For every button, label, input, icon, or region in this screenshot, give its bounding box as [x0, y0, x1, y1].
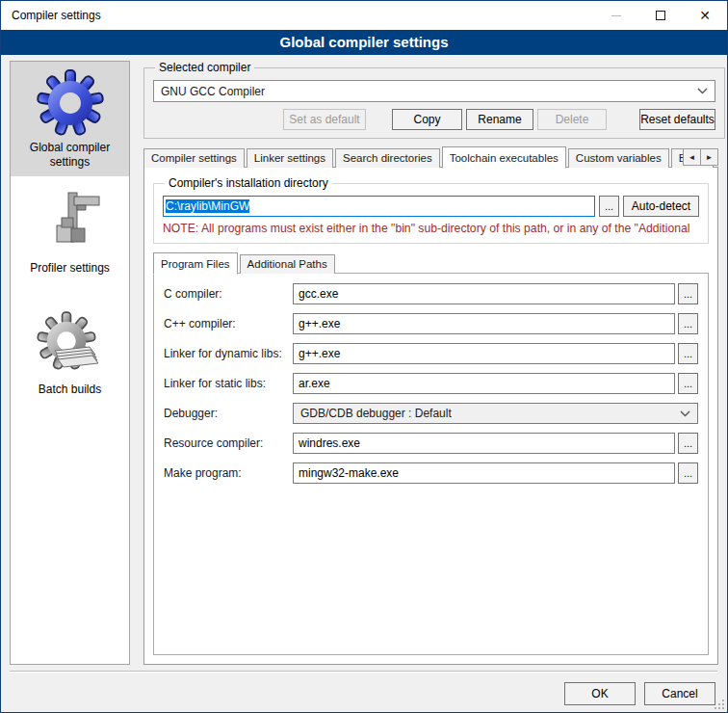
window-title: Compiler settings [1, 9, 594, 22]
tab-program-files[interactable]: Program Files [153, 252, 238, 275]
reset-defaults-button[interactable]: Reset defaults [639, 109, 715, 130]
compiler-buttons-row: Set as default Copy Rename Delete Reset … [153, 109, 715, 130]
form-row-dynamic-linker: Linker for dynamic libs: ... [164, 343, 698, 364]
dynamic-linker-input[interactable] [293, 343, 675, 364]
tab-linker-settings[interactable]: Linker settings [247, 148, 333, 168]
debugger-select-value: GDB/CDB debugger : Default [300, 407, 452, 420]
bin-subdirectory-note: NOTE: All programs must exist either in … [163, 222, 699, 235]
resource-compiler-input[interactable] [293, 433, 675, 454]
form-row-debugger: Debugger: GDB/CDB debugger : Default [164, 403, 698, 424]
close-icon: ✕ [699, 9, 711, 22]
field-label: Linker for static libs: [164, 377, 293, 390]
sidebar-item-profiler-settings[interactable]: Profiler settings [11, 182, 129, 282]
form-row-make-program: Make program: ... [164, 462, 698, 484]
tab-scroll-right-button[interactable]: ► [700, 148, 718, 166]
copy-button[interactable]: Copy [392, 109, 462, 130]
arrow-left-icon: ◄ [689, 153, 696, 162]
main-content: Selected compiler GNU GCC Compiler Set a… [143, 61, 718, 665]
minimize-button[interactable] [594, 1, 638, 30]
page-title: Global compiler settings [1, 30, 727, 55]
form-row-c-compiler: C compiler: ... [164, 283, 698, 304]
resize-grip[interactable] [715, 700, 724, 709]
debugger-select[interactable]: GDB/CDB debugger : Default [293, 403, 698, 424]
installation-directory-input[interactable]: C:\raylib\MinGW [163, 196, 595, 217]
compiler-select[interactable]: GNU GCC Compiler [153, 80, 715, 102]
sidebar-item-label: Profiler settings [13, 261, 127, 276]
tab-search-directories[interactable]: Search directories [335, 148, 440, 168]
tab-scroll-arrows: ◄ ► [684, 148, 718, 166]
delete-button: Delete [537, 109, 607, 130]
footer-divider [10, 671, 717, 673]
compiler-settings-dialog: Compiler settings ✕ Global compiler sett… [0, 0, 728, 713]
titlebar: Compiler settings ✕ [1, 1, 727, 30]
installation-directory-group: Compiler's installation directory C:\ray… [153, 176, 709, 244]
window-controls: ✕ [594, 1, 727, 30]
arrow-right-icon: ► [706, 153, 714, 162]
cpp-compiler-browse-button[interactable]: ... [678, 313, 698, 334]
c-compiler-input[interactable] [293, 283, 675, 304]
field-label: Make program: [164, 466, 293, 480]
field-label: C++ compiler: [164, 317, 293, 330]
selected-compiler-legend: Selected compiler [155, 61, 254, 74]
compiler-select-value: GNU GCC Compiler [161, 85, 265, 98]
c-compiler-browse-button[interactable]: ... [678, 283, 698, 304]
sidebar-item-global-compiler-settings[interactable]: Global compiler settings [11, 62, 129, 176]
maximize-button[interactable] [638, 1, 683, 30]
static-linker-input[interactable] [293, 373, 675, 394]
form-row-resource-compiler: Resource compiler: ... [164, 433, 698, 454]
program-files-page: C compiler: ... C++ compiler: ... Linker… [153, 273, 709, 655]
resource-compiler-browse-button[interactable]: ... [678, 433, 698, 454]
sidebar-item-batch-builds[interactable]: Batch builds [11, 304, 129, 404]
tab-compiler-settings[interactable]: Compiler settings [143, 148, 245, 168]
set-as-default-button: Set as default [283, 109, 366, 130]
maximize-icon [656, 11, 665, 20]
selected-compiler-group: Selected compiler GNU GCC Compiler Set a… [143, 61, 725, 139]
toolchain-executables-page: Compiler's installation directory C:\ray… [143, 167, 718, 665]
field-label: Resource compiler: [164, 436, 293, 450]
tab-toolchain-executables[interactable]: Toolchain executables [442, 146, 566, 169]
close-button[interactable]: ✕ [683, 1, 727, 30]
settings-tabstrip: Compiler settings Linker settings Search… [143, 146, 718, 168]
caliper-icon [36, 189, 105, 258]
field-label: Linker for dynamic libs: [164, 347, 293, 360]
program-files-tabstrip: Program Files Additional Paths [153, 252, 709, 274]
make-program-input[interactable] [293, 462, 675, 484]
tab-additional-paths[interactable]: Additional Paths [240, 254, 335, 274]
tab-scroll-left-button[interactable]: ◄ [683, 148, 701, 166]
auto-detect-button[interactable]: Auto-detect [623, 196, 699, 217]
sidebar-item-label: Batch builds [13, 383, 127, 397]
selected-path-text: C:\raylib\MinGW [166, 199, 249, 213]
browse-directory-button[interactable]: ... [599, 196, 619, 217]
installation-directory-legend: Compiler's installation directory [165, 176, 332, 190]
cpp-compiler-input[interactable] [293, 313, 675, 334]
chevron-down-icon [697, 88, 708, 94]
dynamic-linker-browse-button[interactable]: ... [678, 343, 698, 364]
make-program-browse-button[interactable]: ... [678, 462, 698, 484]
blue-gear-icon [36, 68, 105, 138]
tab-custom-variables[interactable]: Custom variables [568, 148, 669, 168]
settings-category-sidebar: Global compiler settings Profiler settin… [10, 61, 130, 665]
sidebar-item-label: Global compiler settings [13, 141, 127, 170]
chevron-down-icon [680, 410, 690, 417]
form-row-cpp-compiler: C++ compiler: ... [164, 313, 698, 334]
static-linker-browse-button[interactable]: ... [678, 373, 698, 394]
field-label: Debugger: [164, 407, 293, 420]
rename-button[interactable]: Rename [466, 109, 533, 130]
field-label: C compiler: [164, 287, 293, 301]
grey-gear-stack-icon [36, 310, 105, 380]
cancel-button[interactable]: Cancel [644, 682, 715, 705]
form-row-static-linker: Linker for static libs: ... [164, 373, 698, 394]
minimize-icon [611, 15, 621, 16]
ok-button[interactable]: OK [564, 682, 636, 705]
